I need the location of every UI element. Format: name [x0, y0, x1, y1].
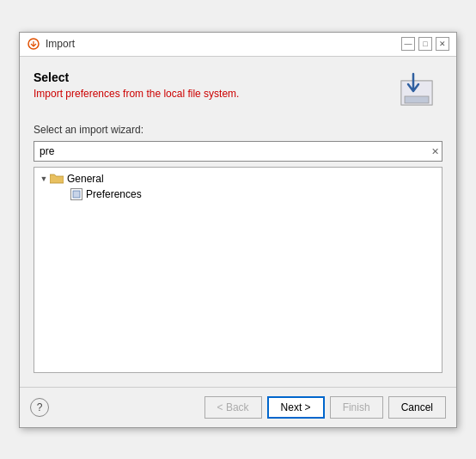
tree-folder-general[interactable]: ▼ General [34, 171, 442, 187]
import-dialog: Import — □ ✕ Select Import preferences f… [19, 32, 457, 428]
search-container: ✕ [34, 141, 442, 162]
minimize-button[interactable]: — [401, 37, 415, 51]
title-controls: — □ ✕ [401, 37, 449, 51]
section-title: Select [34, 70, 442, 84]
import-icon-area [400, 70, 442, 111]
preferences-node-icon [70, 188, 82, 200]
folder-icon [50, 173, 64, 185]
svg-rect-3 [405, 96, 429, 103]
general-label: General [67, 173, 104, 185]
search-clear-icon[interactable]: ✕ [431, 145, 439, 156]
search-input[interactable] [34, 141, 442, 162]
dialog-content: Select Import preferences from the local… [20, 57, 456, 387]
subtitle-text: Import preferences from the local file s… [34, 88, 442, 100]
tree-container: ▼ General Preferences [34, 167, 442, 373]
close-button[interactable]: ✕ [436, 37, 449, 51]
expand-icon: ▼ [38, 174, 50, 183]
footer-right: < Back Next > Finish Cancel [204, 396, 446, 419]
title-bar: Import — □ ✕ [20, 33, 456, 57]
preferences-label: Preferences [86, 188, 142, 200]
svg-rect-4 [73, 191, 80, 198]
title-bar-left: Import [27, 37, 75, 51]
leaf-spacer [58, 190, 70, 199]
wizard-label: Select an import wizard: [34, 124, 442, 136]
tree-item-preferences[interactable]: Preferences [34, 187, 442, 202]
next-button[interactable]: Next > [267, 396, 325, 419]
footer-left: ? [30, 398, 49, 417]
maximize-button[interactable]: □ [418, 37, 432, 51]
back-button[interactable]: < Back [204, 396, 262, 419]
dialog-footer: ? < Back Next > Finish Cancel [20, 387, 456, 427]
help-button[interactable]: ? [30, 398, 49, 417]
finish-button[interactable]: Finish [330, 396, 383, 419]
window-title: Import [46, 38, 75, 50]
header-section: Select Import preferences from the local… [34, 70, 442, 117]
import-graphic-icon [400, 70, 442, 108]
cancel-button[interactable]: Cancel [388, 396, 446, 419]
import-title-icon [27, 37, 40, 51]
